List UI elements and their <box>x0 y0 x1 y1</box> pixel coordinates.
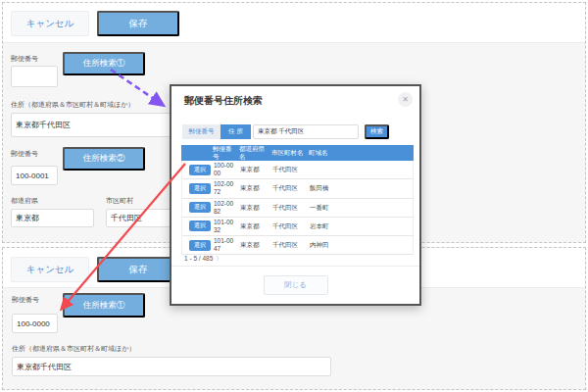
table-header: 郵便番号 都道府県名 市区町村名 町域名 <box>181 145 414 161</box>
cell-city: 千代田区 <box>270 183 308 193</box>
pagination: 1 - 5 / 485〉 <box>184 255 222 264</box>
address-label-bottom: 住所（都道府県＆市区町村＆町域ほか） <box>12 344 135 354</box>
table-row: 選択 101-0032 東京都 千代田区 岩本町 <box>181 218 414 236</box>
search-input[interactable] <box>253 124 359 139</box>
select-button[interactable]: 選択 <box>189 202 211 213</box>
cell-city: 千代田区 <box>270 240 308 250</box>
dialog-title: 郵便番号住所検索 <box>184 94 263 108</box>
cell-pref: 東京都 <box>238 203 270 213</box>
close-dialog-button[interactable]: 閉じる <box>264 275 328 295</box>
cell-pref: 東京都 <box>238 221 270 231</box>
postal-code-label-2: 郵便番号 <box>11 149 38 159</box>
header-town: 町域名 <box>307 148 414 158</box>
cell-town: 一番町 <box>308 203 413 213</box>
top-toolbar <box>3 3 585 43</box>
select-button[interactable]: 選択 <box>189 240 211 251</box>
cell-city: 千代田区 <box>270 165 308 174</box>
cell-town: 飯田橋 <box>308 183 413 193</box>
address-search-1-button-bottom[interactable]: 住所検索① <box>63 293 145 318</box>
prefecture-label: 都道府県 <box>11 196 38 206</box>
header-city: 市区町村名 <box>270 148 307 158</box>
address-label: 住所（都道府県＆市区町村＆町域ほか） <box>11 100 134 110</box>
cell-pref: 東京都 <box>238 240 270 250</box>
cell-city: 千代田区 <box>270 221 308 231</box>
cell-postal: 100-0000 <box>212 161 238 178</box>
cell-city: 千代田区 <box>270 203 308 213</box>
tab-postal-code[interactable]: 郵便番号 <box>182 124 220 139</box>
select-button[interactable]: 選択 <box>189 220 211 231</box>
tab-address[interactable]: 住 所 <box>220 124 251 139</box>
table-row: 選択 102-0072 東京都 千代田区 飯田橋 <box>181 179 414 198</box>
results-table: 郵便番号 都道府県名 市区町村名 町域名 選択 100-0000 東京都 千代田… <box>181 145 414 255</box>
table-row: 選択 101-0047 東京都 千代田区 内神田 <box>181 236 414 255</box>
prefecture-input[interactable] <box>11 209 94 227</box>
cell-postal: 102-0072 <box>212 179 238 197</box>
next-page-icon[interactable]: 〉 <box>216 255 222 262</box>
pagination-range: 1 - 5 / 485 <box>184 255 213 262</box>
postal-code-label-bottom: 郵便番号 <box>12 295 39 305</box>
select-button[interactable]: 選択 <box>189 165 211 175</box>
select-button[interactable]: 選択 <box>189 183 211 194</box>
save-button-bottom[interactable]: 保存 <box>97 257 179 282</box>
cancel-button-bottom[interactable]: キャンセル <box>11 257 89 282</box>
search-button[interactable]: 検索 <box>365 124 389 139</box>
cell-postal: 101-0032 <box>212 218 238 235</box>
table-row: 選択 102-0082 東京都 千代田区 一番町 <box>181 199 414 218</box>
cell-pref: 東京都 <box>238 165 270 174</box>
address-input-bottom[interactable] <box>12 357 331 376</box>
dialog-footer: 閉じる <box>172 266 419 304</box>
city-label: 市区町村 <box>106 196 133 206</box>
cell-town: 内神田 <box>308 240 413 250</box>
cell-postal: 102-0082 <box>212 199 238 217</box>
address-search-1-button[interactable]: 住所検索① <box>63 52 145 75</box>
cancel-button[interactable]: キャンセル <box>11 11 89 36</box>
page: キャンセル 保存 郵便番号 住所検索① 住所（都道府県＆市区町村＆町域ほか） 郵… <box>0 0 588 392</box>
postal-code-label: 郵便番号 <box>11 54 38 64</box>
header-postal: 郵便番号 <box>211 144 237 162</box>
close-icon[interactable]: ✕ <box>398 92 413 107</box>
cell-town: 岩本町 <box>308 221 413 231</box>
postal-code-input-2[interactable] <box>11 166 58 185</box>
address-search-2-button[interactable]: 住所検索② <box>63 147 145 171</box>
cell-pref: 東京都 <box>238 183 270 193</box>
save-button[interactable]: 保存 <box>97 11 179 36</box>
table-row: 選択 100-0000 東京都 千代田区 <box>181 161 414 179</box>
postal-code-input[interactable] <box>11 66 58 87</box>
postal-code-input-bottom[interactable] <box>12 314 58 333</box>
postal-search-dialog: 郵便番号住所検索 ✕ 郵便番号 住 所 検索 郵便番号 都道府県名 市区町村名 … <box>170 84 421 306</box>
cell-postal: 101-0047 <box>212 236 238 254</box>
cell-town <box>308 169 413 171</box>
header-pref: 都道府県名 <box>237 144 270 162</box>
